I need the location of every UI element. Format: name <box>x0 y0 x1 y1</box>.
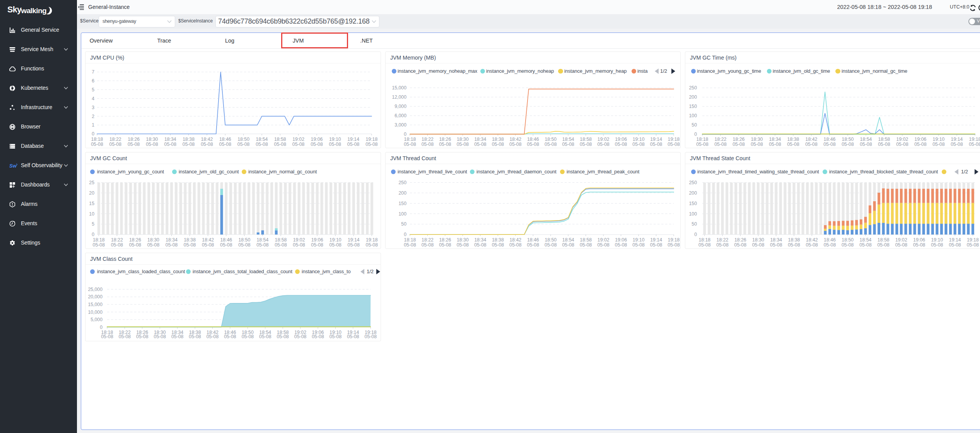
svg-text:05-08: 05-08 <box>189 334 201 339</box>
svg-text:200: 200 <box>398 190 406 195</box>
svg-text:18:18: 18:18 <box>697 136 709 142</box>
svg-text:18:38: 18:38 <box>787 136 799 142</box>
svg-text:05-08: 05-08 <box>347 141 360 147</box>
svg-text:05-08: 05-08 <box>716 242 729 247</box>
svg-text:05-08: 05-08 <box>147 242 160 247</box>
svg-text:18:26: 18:26 <box>733 136 745 142</box>
svg-text:150: 150 <box>398 200 406 206</box>
svg-text:10: 10 <box>89 211 94 216</box>
svg-text:4: 4 <box>92 96 94 101</box>
svg-text:0: 0 <box>404 232 406 237</box>
svg-text:05-08: 05-08 <box>183 141 195 147</box>
svg-text:18:34: 18:34 <box>475 136 487 142</box>
svg-text:12,000: 12,000 <box>392 94 406 100</box>
svg-text:05-08: 05-08 <box>632 242 645 247</box>
svg-text:05-08: 05-08 <box>545 141 557 147</box>
svg-text:19:14: 19:14 <box>949 237 961 242</box>
svg-text:19:06: 19:06 <box>915 136 927 142</box>
svg-text:05-08: 05-08 <box>119 334 131 339</box>
svg-text:18:54: 18:54 <box>860 136 872 142</box>
svg-text:18:30: 18:30 <box>147 237 159 242</box>
svg-text:18:54: 18:54 <box>562 237 574 242</box>
svg-text:18:58: 18:58 <box>580 136 592 142</box>
svg-text:05-08: 05-08 <box>932 141 945 147</box>
svg-text:05-08: 05-08 <box>474 141 487 147</box>
svg-text:05-08: 05-08 <box>457 242 469 247</box>
svg-text:150: 150 <box>689 104 697 109</box>
svg-text:18:58: 18:58 <box>878 237 890 242</box>
svg-text:18:46: 18:46 <box>527 237 539 242</box>
svg-text:05-08: 05-08 <box>348 242 360 247</box>
svg-text:18:42: 18:42 <box>201 136 213 142</box>
svg-text:100: 100 <box>689 211 697 216</box>
svg-text:18:50: 18:50 <box>842 136 854 142</box>
svg-text:18:18: 18:18 <box>404 237 416 242</box>
svg-text:25: 25 <box>89 180 94 185</box>
svg-text:18:54: 18:54 <box>256 136 268 142</box>
svg-text:05-08: 05-08 <box>842 242 854 247</box>
svg-text:18:50: 18:50 <box>545 136 557 142</box>
svg-text:05-08: 05-08 <box>842 141 854 147</box>
svg-text:05-08: 05-08 <box>292 141 305 147</box>
svg-text:1: 1 <box>92 122 94 128</box>
svg-text:3: 3 <box>92 104 94 110</box>
svg-text:05-08: 05-08 <box>527 141 540 147</box>
svg-text:05-08: 05-08 <box>492 242 504 247</box>
svg-text:5: 5 <box>92 221 94 227</box>
svg-text:05-08: 05-08 <box>914 141 927 147</box>
svg-text:18:50: 18:50 <box>239 237 251 242</box>
svg-text:18:50: 18:50 <box>842 237 854 242</box>
svg-text:05-08: 05-08 <box>93 242 105 247</box>
svg-text:18:22: 18:22 <box>111 237 123 242</box>
svg-text:05-08: 05-08 <box>913 242 925 247</box>
svg-text:05-08: 05-08 <box>805 141 818 147</box>
svg-text:05-08: 05-08 <box>474 242 487 247</box>
svg-text:05-08: 05-08 <box>732 141 745 147</box>
svg-text:19:02: 19:02 <box>292 136 304 142</box>
svg-text:05-08: 05-08 <box>101 334 113 339</box>
svg-text:18:34: 18:34 <box>769 136 781 142</box>
svg-text:25,000: 25,000 <box>88 286 102 292</box>
svg-text:05-08: 05-08 <box>277 334 289 339</box>
svg-text:05-08: 05-08 <box>788 242 800 247</box>
svg-text:05-08: 05-08 <box>311 242 323 247</box>
svg-text:05-08: 05-08 <box>509 141 522 147</box>
svg-text:05-08: 05-08 <box>207 334 219 339</box>
svg-text:19:10: 19:10 <box>933 136 945 142</box>
svg-text:200: 200 <box>689 190 697 195</box>
svg-text:18:34: 18:34 <box>475 237 487 242</box>
svg-text:05-08: 05-08 <box>109 141 122 147</box>
svg-text:19:14: 19:14 <box>347 136 359 142</box>
svg-text:19:02: 19:02 <box>293 237 305 242</box>
svg-text:05-08: 05-08 <box>111 242 123 247</box>
svg-text:18:30: 18:30 <box>457 136 469 142</box>
svg-text:05-08: 05-08 <box>312 334 324 339</box>
svg-text:05-08: 05-08 <box>422 242 434 247</box>
svg-text:18:42: 18:42 <box>509 237 521 242</box>
svg-text:05-08: 05-08 <box>365 141 378 147</box>
svg-text:19:10: 19:10 <box>329 136 341 142</box>
svg-text:18:46: 18:46 <box>219 136 231 142</box>
svg-text:18:38: 18:38 <box>184 237 196 242</box>
svg-text:05-08: 05-08 <box>347 334 359 339</box>
svg-text:05-08: 05-08 <box>91 141 103 147</box>
svg-text:18:22: 18:22 <box>422 237 434 242</box>
svg-text:18:26: 18:26 <box>129 237 141 242</box>
svg-text:18:18: 18:18 <box>91 136 103 142</box>
svg-text:05-08: 05-08 <box>714 141 727 147</box>
svg-text:05-08: 05-08 <box>787 141 799 147</box>
svg-text:18:38: 18:38 <box>492 136 504 142</box>
svg-text:3,000: 3,000 <box>394 122 406 128</box>
svg-text:19:02: 19:02 <box>896 136 908 142</box>
svg-text:05-08: 05-08 <box>242 334 254 339</box>
svg-text:20: 20 <box>89 190 94 195</box>
svg-text:05-08: 05-08 <box>877 242 890 247</box>
svg-text:18:58: 18:58 <box>274 136 286 142</box>
svg-text:05-08: 05-08 <box>366 242 378 247</box>
svg-text:19:14: 19:14 <box>650 136 662 142</box>
svg-text:05-08: 05-08 <box>770 242 782 247</box>
svg-text:18:42: 18:42 <box>806 237 818 242</box>
svg-text:18:22: 18:22 <box>422 136 434 142</box>
svg-text:05-08: 05-08 <box>806 242 818 247</box>
svg-text:18:34: 18:34 <box>770 237 782 242</box>
